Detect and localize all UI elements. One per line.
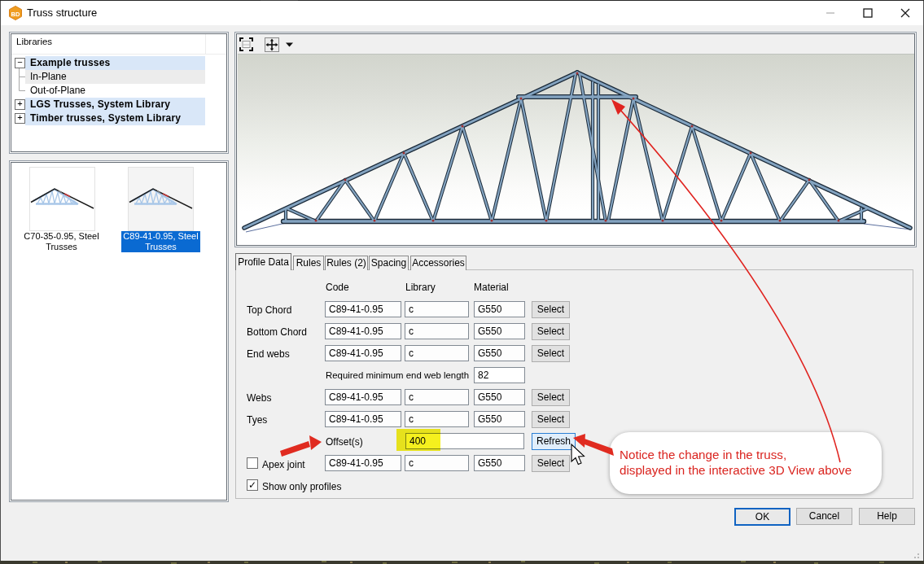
svg-text:BD: BD: [11, 11, 20, 18]
